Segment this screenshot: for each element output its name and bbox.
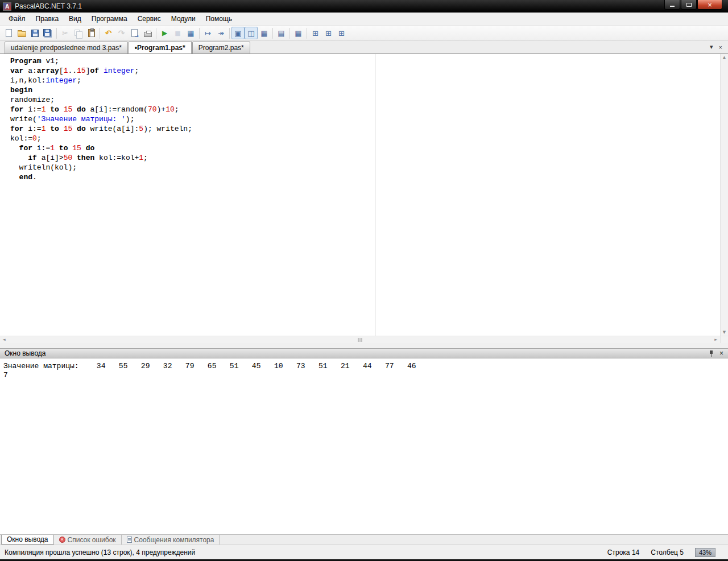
code-line[interactable]: var a:array[1..15]of integer; — [10, 66, 720, 76]
code-token: ; — [135, 67, 139, 75]
code-token: then — [77, 154, 94, 162]
code-line[interactable]: for i:=1 to 15 do — [10, 143, 720, 153]
status-line: Строка 14 — [607, 548, 639, 556]
code-line[interactable]: writeln(kol); — [10, 163, 720, 172]
menu-item-view[interactable]: Вид — [64, 13, 86, 24]
cascade-windows-button[interactable]: ⊞ — [309, 27, 322, 39]
code-line[interactable]: for i:=1 to 15 do a[i]:=random(70)+10; — [10, 105, 720, 114]
arrow-blue-icon: ↦ — [205, 29, 211, 38]
bottom-tab-label: Окно вывода — [7, 535, 48, 543]
tab-list-dropdown[interactable]: ▾ — [710, 43, 713, 51]
tab-program2[interactable]: Program2.pas* — [192, 42, 250, 53]
tab-close-button[interactable]: × — [719, 44, 722, 51]
scroll-down-icon[interactable]: ▼ — [723, 330, 726, 335]
code-token: to — [50, 105, 59, 114]
output-window-title: Окно вывода — [5, 349, 709, 357]
pin-icon[interactable] — [709, 350, 714, 357]
code-line[interactable]: write('Значение матрицы: '); — [10, 114, 720, 124]
toolbar-separator — [56, 28, 57, 39]
bottom-tab-compiler[interactable]: Сообщения компилятора — [122, 535, 220, 544]
menu-item-modules[interactable]: Модули — [166, 13, 201, 24]
arrow-blue-icon: ↠ — [218, 29, 224, 38]
print-button[interactable] — [141, 27, 154, 39]
menu-item-file[interactable]: Файл — [3, 13, 31, 24]
menu-bar: ФайлПравкаВидПрограммаСервисМодулиПомощь — [0, 13, 728, 26]
step-over-button[interactable]: ↠ — [214, 27, 228, 39]
stop-button[interactable]: ■ — [171, 27, 184, 39]
scroll-up-icon[interactable]: ▲ — [723, 55, 726, 60]
code-line[interactable]: if a[i]>50 then kol:=kol+1; — [10, 153, 720, 163]
horizontal-scroll-track[interactable] — [8, 336, 712, 343]
minimize-button[interactable] — [664, 0, 680, 10]
zoom-indicator[interactable]: 43% — [695, 548, 715, 557]
compiler-messages-icon — [127, 537, 132, 543]
code-line[interactable]: begin — [10, 85, 720, 95]
menu-item-edit[interactable]: Правка — [31, 13, 64, 24]
output-close-icon[interactable]: × — [719, 350, 723, 357]
output-window-header: Окно вывода × — [0, 348, 728, 358]
open-file-button[interactable] — [15, 27, 28, 39]
horizontal-scrollbar[interactable]: ◄ ► — [0, 336, 728, 343]
splitter-grip-icon[interactable] — [358, 338, 362, 342]
scroll-right-icon[interactable]: ► — [712, 337, 720, 342]
save-all-button[interactable] — [42, 27, 55, 39]
editor-split-line[interactable] — [375, 54, 375, 336]
status-message: Компиляция прошла успешно (13 строк), 4 … — [5, 548, 195, 556]
close-button[interactable]: × — [697, 0, 722, 10]
code-line[interactable]: end. — [10, 172, 720, 182]
menu-item-program[interactable]: Программа — [86, 13, 133, 24]
code-token: 15 — [64, 105, 73, 114]
undo-button[interactable]: ↶ — [102, 27, 115, 39]
code-token — [59, 125, 64, 133]
code-line[interactable]: for i:=1 to 15 do write(a[i]:5); writeln… — [10, 124, 720, 134]
code-editor[interactable]: Program v1;var a:array[1..15]of integer;… — [0, 54, 720, 336]
scroll-left-icon[interactable]: ◄ — [0, 337, 8, 342]
paste-icon — [88, 29, 95, 37]
paste-button[interactable] — [85, 27, 98, 39]
app-icon: A — [3, 2, 11, 11]
save-button[interactable] — [28, 27, 42, 39]
page-arrow-button[interactable] — [128, 27, 141, 39]
tile-windows-button[interactable]: ⊞ — [322, 27, 335, 39]
maximize-button[interactable] — [681, 0, 697, 10]
printer-icon — [144, 32, 152, 37]
code-token: var — [10, 67, 23, 75]
tab-udalenije[interactable]: udalenije predposlednee mod 3.pas* — [5, 42, 128, 53]
code-token — [72, 125, 77, 133]
run-to-cursor-button[interactable]: ↦ — [201, 27, 214, 39]
vertical-scrollbar[interactable]: ▲ ▼ — [720, 54, 728, 336]
code-line[interactable]: Program v1; — [10, 56, 720, 66]
cut-button[interactable]: ✂ — [59, 27, 72, 39]
bottom-tab-output[interactable]: Окно вывода — [1, 535, 54, 544]
toolbar-separator — [229, 28, 230, 39]
panel-splitter[interactable] — [0, 343, 728, 348]
scrollbar-corner — [720, 336, 728, 344]
run-button[interactable]: ▶ — [158, 27, 171, 39]
code-token: a[i]:=random( — [86, 105, 148, 114]
new-file-button[interactable] — [2, 27, 15, 39]
code-token: 70 — [148, 105, 157, 114]
tab-program1[interactable]: •Program1.pas* — [129, 41, 192, 53]
window-blue-icon: ⊞ — [312, 29, 318, 38]
modules-button[interactable]: ▦ — [258, 27, 271, 39]
code-token: i:= — [32, 144, 50, 152]
menu-item-service[interactable]: Сервис — [133, 13, 166, 24]
compile-button[interactable]: ▦ — [184, 27, 197, 39]
code-token: do — [77, 125, 86, 133]
code-token: do — [77, 105, 86, 114]
arrange-windows-button[interactable]: ⊞ — [335, 27, 348, 39]
show-error-list-button[interactable]: ◫ — [245, 27, 258, 39]
menu-item-help[interactable]: Помощь — [201, 13, 237, 24]
redo-button[interactable]: ↷ — [115, 27, 128, 39]
code-line[interactable]: randomize; — [10, 95, 720, 105]
show-output-window-button[interactable]: ▣ — [231, 27, 245, 39]
code-token: . — [32, 173, 37, 182]
editor-area[interactable]: Program v1;var a:array[1..15]of integer;… — [0, 54, 728, 336]
code-line[interactable]: i,n,kol:integer; — [10, 76, 720, 85]
code-line[interactable]: kol:=0; — [10, 134, 720, 143]
copy-button[interactable] — [72, 27, 85, 39]
bottom-tab-errors[interactable]: Список ошибок — [54, 535, 122, 544]
code-token: write(a[i]: — [86, 125, 139, 133]
watch-window-button[interactable]: ▦ — [292, 27, 305, 39]
breakpoints-button[interactable]: ▤ — [275, 27, 288, 39]
